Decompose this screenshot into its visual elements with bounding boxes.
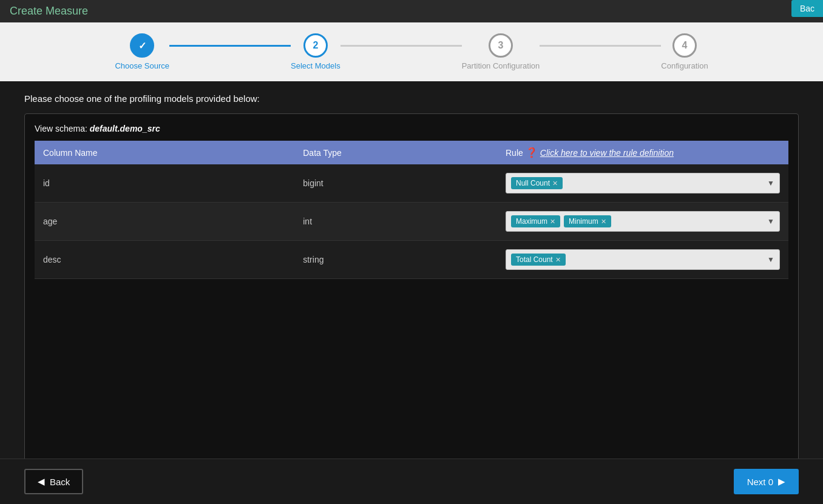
table-row: id bigint Null Count✕ ▼	[35, 164, 788, 203]
tag-remove-maximum[interactable]: ✕	[550, 218, 555, 226]
col-rule-age: Maximum✕ Minimum✕ ▼	[497, 203, 788, 241]
col-header-name: Column Name	[35, 141, 294, 164]
rule-definition-link[interactable]: Click here to view the rule definition	[540, 148, 674, 158]
col-type-age: int	[294, 203, 497, 241]
step-2: 2 Select Models	[291, 33, 340, 70]
schema-title: View schema: default.demo_src	[35, 124, 788, 133]
step-line-2	[340, 45, 462, 47]
rule-tags-id: Null Count✕	[511, 177, 563, 189]
stepper: ✓ Choose Source 2 Select Models 3 Partit…	[0, 22, 823, 81]
col-type-desc: string	[294, 241, 497, 279]
step-line-3	[540, 45, 661, 47]
step-1-label: Choose Source	[115, 61, 169, 70]
next-button[interactable]: Next 0 ▶	[734, 469, 799, 494]
dropdown-arrow-id: ▼	[767, 179, 774, 187]
col-header-rule: Rule ❓ Click here to view the rule defin…	[497, 141, 788, 164]
tag-remove-null-count[interactable]: ✕	[552, 180, 558, 187]
tag-remove-minimum[interactable]: ✕	[601, 218, 606, 226]
step-2-label: Select Models	[291, 61, 340, 70]
step-3-circle: 3	[489, 33, 513, 58]
main-content: Please choose one of the profiling model…	[0, 81, 823, 504]
instruction-text: Please choose one of the profiling model…	[24, 93, 799, 104]
rule-label: Rule	[506, 148, 523, 158]
data-table: Column Name Data Type Rule ❓ Click here …	[35, 141, 788, 279]
rule-link-text: Click here to view the rule definition	[540, 148, 674, 158]
table-row: desc string Total Count✕ ▼	[35, 241, 788, 279]
dropdown-arrow-desc: ▼	[767, 255, 774, 264]
schema-panel: View schema: default.demo_src Column Nam…	[24, 113, 799, 472]
dropdown-arrow-age: ▼	[767, 217, 774, 226]
bottom-nav: ◀ Back Next 0 ▶	[0, 459, 823, 504]
step-2-circle: 2	[303, 33, 328, 58]
schema-name: default.demo_src	[90, 124, 160, 133]
back-icon: ◀	[38, 476, 45, 487]
next-icon: ▶	[778, 476, 785, 487]
next-label: Next 0	[747, 477, 773, 487]
col-rule-id: Null Count✕ ▼	[497, 164, 788, 203]
rule-dropdown-id[interactable]: Null Count✕ ▼	[506, 173, 780, 193]
rule-tag-null-count: Null Count✕	[511, 177, 563, 189]
col-header-type: Data Type	[294, 141, 497, 164]
rule-tags-desc: Total Count✕	[511, 254, 566, 266]
title-bar: Create Measure Bac	[0, 0, 823, 22]
page-title: Create Measure	[10, 5, 88, 18]
rule-tag-maximum: Maximum✕	[511, 215, 560, 227]
col-name-age: age	[35, 203, 294, 241]
rule-tag-minimum: Minimum✕	[564, 215, 611, 227]
rule-tag-total-count: Total Count✕	[511, 254, 566, 266]
back-top-button[interactable]: Bac	[791, 0, 823, 17]
step-3: 3 Partition Configuration	[462, 33, 540, 70]
help-icon: ❓	[526, 147, 538, 158]
back-label: Back	[50, 477, 70, 487]
step-4-label: Configuration	[661, 61, 708, 70]
col-name-desc: desc	[35, 241, 294, 279]
rule-dropdown-desc[interactable]: Total Count✕ ▼	[506, 249, 780, 270]
step-4-circle: 4	[672, 33, 697, 58]
rule-dropdown-age[interactable]: Maximum✕ Minimum✕ ▼	[506, 211, 780, 232]
col-rule-desc: Total Count✕ ▼	[497, 241, 788, 279]
col-name-id: id	[35, 164, 294, 203]
step-3-label: Partition Configuration	[462, 61, 540, 70]
tag-remove-total-count[interactable]: ✕	[555, 256, 561, 264]
col-type-id: bigint	[294, 164, 497, 203]
table-row: age int Maximum✕ Minimum✕	[35, 203, 788, 241]
step-4: 4 Configuration	[661, 33, 708, 70]
back-button[interactable]: ◀ Back	[24, 469, 83, 494]
step-line-1	[169, 45, 291, 47]
step-1: ✓ Choose Source	[115, 33, 169, 70]
step-1-circle: ✓	[130, 33, 154, 58]
rule-tags-age: Maximum✕ Minimum✕	[511, 215, 611, 227]
